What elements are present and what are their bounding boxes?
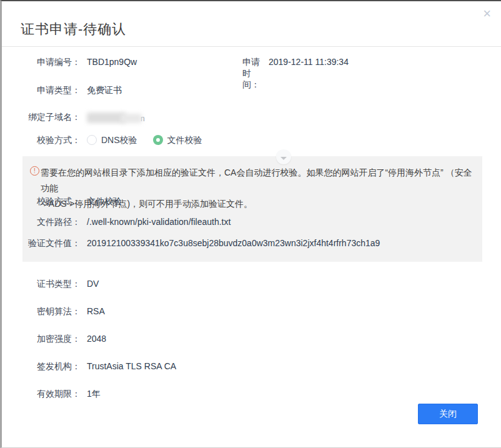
box-verify-method-value: 文件校验: [87, 196, 122, 207]
apply-type-label: 申请类型：: [2, 84, 81, 96]
redaction-blur: [121, 114, 142, 123]
collapse-handle[interactable]: [276, 149, 291, 164]
apply-type-value: 免费证书: [87, 84, 122, 96]
info-icon: !: [30, 166, 39, 176]
cert-type-label: 证书类型：: [2, 278, 81, 289]
chevron-down-icon: [280, 157, 287, 160]
radio-file-label[interactable]: 文件校验: [167, 134, 202, 146]
file-value-label: 验证文件值：: [22, 237, 81, 249]
row-issuer: 签发机构： TrustAsia TLS RSA CA: [2, 361, 176, 372]
info-tip-line1: 需要在您的网站根目录下添加相应的验证文件，CA会自动进行校验。如果您的网站开启了…: [41, 165, 475, 196]
cert-type-value: DV: [87, 278, 99, 289]
close-icon[interactable]: ×: [483, 6, 491, 21]
certificate-apply-modal: 证书申请-待确认 × 申请编号： TBD1pn9Qw 申请时间： 2019-12…: [0, 0, 501, 448]
close-button[interactable]: 关闭: [418, 404, 478, 424]
key-strength-label: 加密强度：: [2, 333, 81, 344]
apply-time-value: 2019-12-11 11:39:34: [269, 56, 349, 90]
validity-value: 1年: [87, 388, 101, 399]
key-strength-value: 2048: [87, 333, 106, 344]
redaction-blur: [87, 112, 126, 123]
key-algorithm-value: RSA: [87, 306, 105, 317]
verify-method-radio-group: DNS校验 文件校验: [87, 134, 202, 146]
row-apply-number: 申请编号： TBD1pn9Qw 申请时间： 2019-12-11 11:39:3…: [2, 56, 137, 67]
file-value-value: 201912100339341ko7c3u8sebj28buvdz0a0w3m2…: [87, 237, 380, 249]
modal-title: 证书申请-待确认: [21, 20, 126, 39]
box-verify-method-label: 校验方式：: [22, 196, 81, 207]
bound-subdomain-label: 绑定子域名：: [2, 111, 81, 122]
bound-subdomain-redacted: n: [87, 111, 145, 124]
file-verify-info-box: ! 需要在您的网站根目录下添加相应的验证文件，CA会自动进行校验。如果您的网站开…: [22, 156, 482, 262]
verify-method-label: 校验方式：: [2, 134, 81, 146]
row-key-algorithm: 密钥算法： RSA: [2, 306, 105, 317]
file-path-label: 文件路径：: [22, 216, 81, 227]
apply-number-label: 申请编号：: [2, 56, 81, 67]
radio-file-verify[interactable]: 文件校验: [153, 134, 202, 146]
radio-on-icon[interactable]: [153, 135, 163, 145]
issuer-label: 签发机构：: [2, 361, 81, 372]
apply-time-label: 申请时间：: [242, 56, 260, 90]
row-box-verify-method: 校验方式： 文件校验: [22, 196, 122, 207]
row-key-strength: 加密强度： 2048: [2, 333, 106, 344]
apply-number-value: TBD1pn9Qw: [87, 56, 137, 67]
row-file-value: 验证文件值： 201912100339341ko7c3u8sebj28buvdz…: [22, 237, 380, 249]
row-bound-subdomain: 绑定子域名： n: [2, 111, 145, 124]
row-validity: 有效期限： 1年: [2, 388, 101, 399]
row-file-path: 文件路径： /.well-known/pki-validation/fileau…: [22, 216, 231, 227]
validity-label: 有效期限：: [2, 388, 81, 399]
radio-dns-label[interactable]: DNS校验: [101, 134, 137, 146]
row-verify-method: 校验方式： DNS校验 文件校验: [2, 134, 202, 146]
issuer-value: TrustAsia TLS RSA CA: [87, 361, 176, 372]
radio-dns-verify[interactable]: DNS校验: [87, 134, 137, 146]
row-apply-type: 申请类型： 免费证书: [2, 84, 122, 96]
file-path-value: /.well-known/pki-validation/fileauth.txt: [87, 216, 231, 227]
row-apply-time: 申请时间： 2019-12-11 11:39:34: [242, 56, 349, 90]
radio-off-icon[interactable]: [87, 135, 97, 145]
row-cert-type: 证书类型： DV: [2, 278, 99, 289]
modal-header: 证书申请-待确认 ×: [2, 1, 501, 47]
key-algorithm-label: 密钥算法：: [2, 306, 81, 317]
